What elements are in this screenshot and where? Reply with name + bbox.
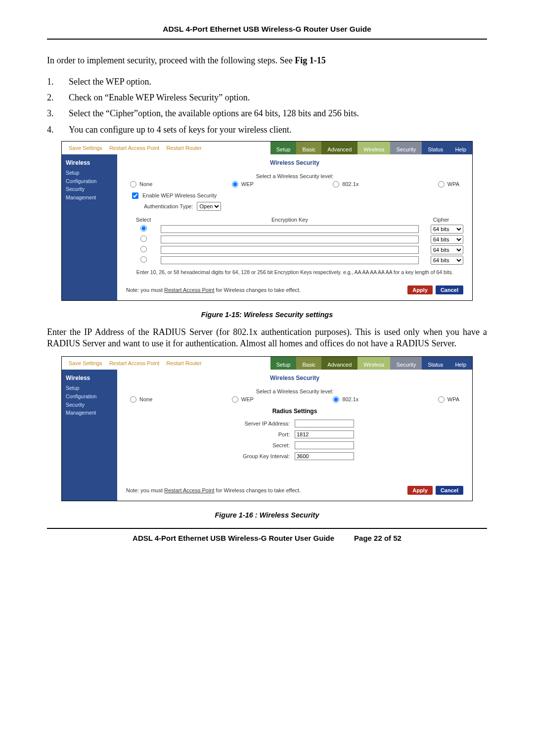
- auth-type-label: Authentication Type:: [144, 203, 193, 209]
- radius-paragraph: Enter the IP Address of the RADIUS Serve…: [47, 327, 487, 349]
- key-input-1[interactable]: [161, 225, 419, 233]
- radius-form: Server IP Address: Port: Secret: Group K…: [126, 420, 463, 460]
- key-row-4: 64 bits: [126, 256, 463, 265]
- group-key-interval-input[interactable]: [295, 452, 354, 460]
- step-number: 2.: [47, 91, 57, 104]
- step-number: 4.: [47, 123, 57, 136]
- tab-wireless[interactable]: Wireless: [357, 357, 390, 370]
- wireless-security-title: Wireless Security: [126, 375, 463, 381]
- secret-label: Secret:: [196, 442, 295, 448]
- sidebar-link-management[interactable]: Management: [66, 193, 113, 202]
- sidebar-link-setup[interactable]: Setup: [66, 169, 113, 177]
- port-label: Port:: [196, 431, 295, 437]
- step-4: 4. You can configure up to 4 sets of key…: [47, 123, 487, 136]
- tab-basic[interactable]: Basic: [296, 142, 321, 154]
- level-8021x-radio[interactable]: [333, 181, 339, 188]
- level-8021x-label: 802.1x: [342, 181, 358, 187]
- tab-status[interactable]: Status: [422, 142, 449, 154]
- col-header-key: Encryption Key: [161, 217, 419, 223]
- cancel-button[interactable]: Cancel: [436, 486, 463, 495]
- router-sidebar: Wireless Setup Configuration Security Ma…: [62, 154, 117, 300]
- restart-router-link[interactable]: Restart Router: [166, 360, 202, 366]
- tab-help[interactable]: Help: [449, 142, 472, 154]
- server-ip-input[interactable]: [295, 420, 354, 427]
- figure-1-16-caption: Figure 1-16 : Wireless Security: [47, 511, 487, 519]
- sidebar-link-configuration[interactable]: Configuration: [66, 177, 113, 186]
- level-wep-radio[interactable]: [232, 396, 238, 403]
- cancel-button[interactable]: Cancel: [436, 285, 463, 294]
- restart-note: Note: you must Restart Access Point for …: [126, 287, 404, 293]
- level-none-radio[interactable]: [130, 396, 136, 403]
- tab-wireless[interactable]: Wireless: [357, 142, 390, 154]
- tab-security[interactable]: Security: [390, 142, 422, 154]
- router-topbar: Save Settings Restart Access Point Resta…: [62, 357, 472, 370]
- key-row-1: 64 bits: [126, 225, 463, 234]
- key-select-4[interactable]: [140, 256, 147, 263]
- router-sidebar: Wireless Setup Configuration Security Ma…: [62, 370, 117, 501]
- restart-ap-link[interactable]: Restart Access Point: [109, 145, 160, 151]
- cipher-select-3[interactable]: 64 bits: [431, 245, 463, 254]
- key-input-3[interactable]: [161, 246, 419, 254]
- figure-1-15-caption: Figure 1-15: Wireless Security settings: [47, 311, 487, 319]
- tab-setup[interactable]: Setup: [270, 142, 297, 154]
- level-wep-radio[interactable]: [232, 181, 238, 188]
- sidebar-link-management[interactable]: Management: [66, 409, 113, 417]
- enable-wep-label: Enable WEP Wireless Security: [142, 192, 217, 198]
- level-8021x-radio[interactable]: [333, 396, 339, 403]
- tab-security[interactable]: Security: [390, 357, 422, 370]
- restart-ap-inline-link[interactable]: Restart Access Point: [164, 487, 215, 493]
- sidebar-title: Wireless: [66, 374, 113, 383]
- sidebar-link-configuration[interactable]: Configuration: [66, 392, 113, 401]
- apply-button[interactable]: Apply: [407, 486, 433, 495]
- apply-button[interactable]: Apply: [407, 285, 433, 294]
- enable-wep-checkbox[interactable]: [132, 192, 138, 199]
- tab-advanced[interactable]: Advanced: [321, 142, 357, 154]
- security-level-row: None WEP 802.1x WPA: [126, 396, 463, 403]
- sidebar-link-setup[interactable]: Setup: [66, 384, 113, 392]
- level-none-radio[interactable]: [130, 181, 136, 188]
- restart-router-link[interactable]: Restart Router: [166, 145, 202, 151]
- cipher-select-1[interactable]: 64 bits: [431, 225, 463, 234]
- tab-advanced[interactable]: Advanced: [321, 357, 357, 370]
- auth-type-select[interactable]: Open: [197, 202, 221, 211]
- restart-note-pre: Note: you must: [126, 487, 164, 493]
- key-row-2: 64 bits: [126, 235, 463, 244]
- tab-status[interactable]: Status: [422, 357, 449, 370]
- level-wpa-label: WPA: [447, 181, 459, 187]
- radius-settings-title: Radius Settings: [126, 408, 463, 415]
- intro-fig-ref: Fig 1-15: [295, 55, 326, 65]
- cipher-select-4[interactable]: 64 bits: [431, 256, 463, 265]
- tab-basic[interactable]: Basic: [296, 357, 321, 370]
- router-admin-fig-1-15: Save Settings Restart Access Point Resta…: [61, 141, 473, 301]
- key-input-2[interactable]: [161, 236, 419, 243]
- save-settings-link[interactable]: Save Settings: [69, 360, 102, 366]
- level-wpa-radio[interactable]: [438, 181, 445, 188]
- sidebar-link-security[interactable]: Security: [66, 185, 113, 193]
- level-wpa-radio[interactable]: [438, 396, 445, 403]
- select-level-label: Select a Wireless Security level:: [126, 388, 463, 394]
- restart-ap-link[interactable]: Restart Access Point: [109, 360, 160, 366]
- tab-help[interactable]: Help: [449, 357, 472, 370]
- col-header-cipher: Cipher: [419, 217, 463, 223]
- sidebar-link-security[interactable]: Security: [66, 401, 113, 409]
- key-select-2[interactable]: [140, 236, 147, 242]
- group-key-interval-label: Group Key Interval:: [196, 453, 295, 459]
- key-row-3: 64 bits: [126, 245, 463, 254]
- footer-left: ADSL 4-Port Ethernet USB Wireless-G Rout…: [133, 534, 334, 542]
- router-tab-nav: Setup Basic Advanced Wireless Security S…: [270, 142, 472, 154]
- restart-note-post: for Wireless changes to take effect.: [215, 287, 301, 293]
- key-input-4[interactable]: [161, 256, 419, 264]
- router-topbar: Save Settings Restart Access Point Resta…: [62, 142, 472, 154]
- footer-divider: [47, 528, 487, 529]
- key-select-3[interactable]: [140, 246, 147, 252]
- header-divider: [47, 39, 487, 40]
- secret-input[interactable]: [295, 441, 354, 449]
- port-input[interactable]: [295, 430, 354, 438]
- cipher-select-2[interactable]: 64 bits: [431, 235, 463, 244]
- wireless-security-title: Wireless Security: [126, 159, 463, 166]
- tab-setup[interactable]: Setup: [270, 357, 297, 370]
- step-text: Select the “Cipher”option, the available…: [69, 107, 359, 120]
- save-settings-link[interactable]: Save Settings: [69, 145, 102, 151]
- restart-ap-inline-link[interactable]: Restart Access Point: [164, 287, 215, 293]
- key-select-1[interactable]: [140, 225, 147, 232]
